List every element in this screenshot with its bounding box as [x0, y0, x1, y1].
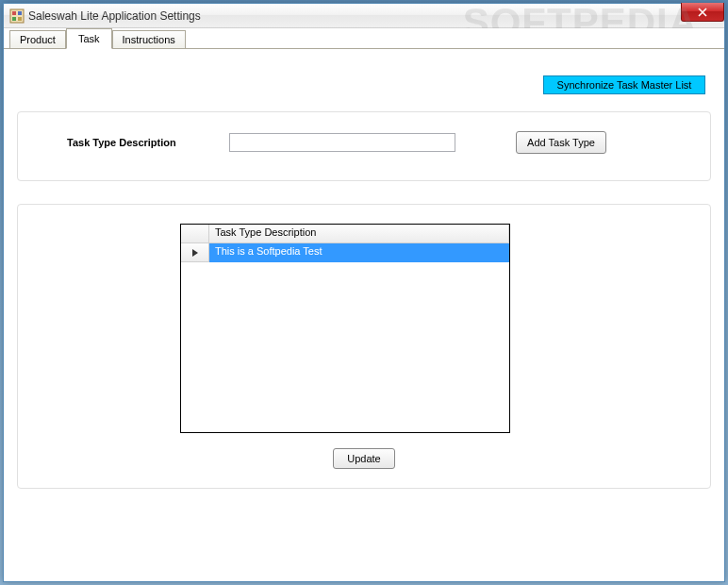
app-icon — [9, 8, 25, 24]
task-type-label: Task Type Description — [41, 137, 210, 148]
task-type-grid[interactable]: Task Type Description This is a Softpedi… — [180, 224, 510, 433]
titlebar: Saleswah Lite Application Settings — [4, 4, 724, 28]
add-task-type-button[interactable]: Add Task Type — [516, 131, 606, 154]
svg-rect-2 — [18, 11, 22, 15]
task-type-row: Task Type Description Add Task Type — [41, 131, 687, 154]
tab-instructions[interactable]: Instructions — [112, 30, 186, 48]
tab-content-task: Synchronize Task Master List Task Type D… — [4, 49, 724, 581]
svg-rect-3 — [12, 17, 16, 21]
app-window: Saleswah Lite Application Settings SOFTP… — [3, 3, 725, 582]
window-title: Saleswah Lite Application Settings — [28, 9, 201, 23]
tab-product[interactable]: Product — [9, 30, 66, 48]
tabstrip: Product Task Instructions — [4, 28, 724, 49]
grid-cell[interactable]: This is a Softpedia Test — [209, 243, 509, 262]
svg-rect-4 — [18, 17, 22, 21]
grid-row-indicator — [181, 243, 209, 262]
grid-row[interactable]: This is a Softpedia Test — [181, 243, 509, 262]
svg-rect-1 — [12, 11, 16, 15]
tab-task[interactable]: Task — [66, 28, 112, 49]
grid-corner — [181, 225, 209, 242]
close-icon — [698, 8, 707, 17]
synchronize-button[interactable]: Synchronize Task Master List — [543, 75, 705, 94]
task-type-input[interactable] — [229, 133, 455, 152]
update-button[interactable]: Update — [333, 448, 394, 469]
task-type-list-group: Task Type Description This is a Softpedi… — [17, 204, 711, 489]
grid-column-header[interactable]: Task Type Description — [209, 225, 509, 242]
close-button[interactable] — [681, 3, 724, 22]
grid-header: Task Type Description — [181, 225, 509, 243]
row-selector-icon — [191, 249, 199, 257]
task-type-entry-group: Task Type Description Add Task Type — [17, 111, 711, 181]
